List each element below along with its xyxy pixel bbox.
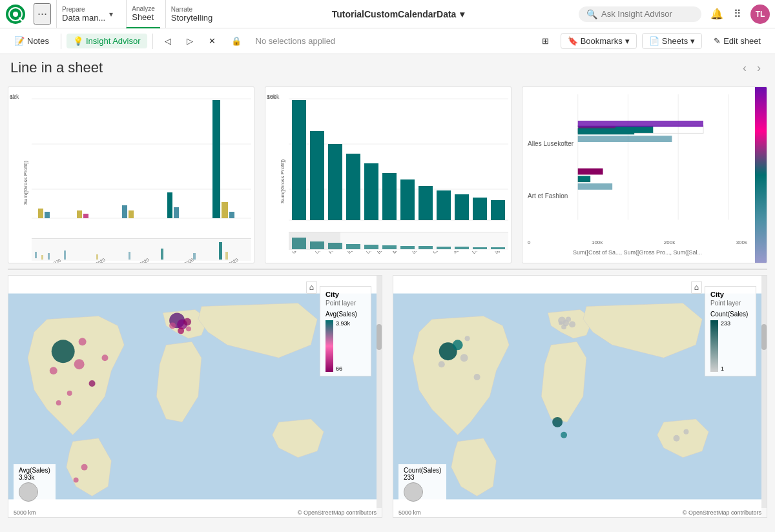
svg-rect-20 (35, 252, 37, 258)
selections-icon-1[interactable]: ◁ (158, 34, 178, 48)
dataset-selector[interactable]: TutorialCustomCalendarData ▾ (223, 9, 574, 19)
nav-prepare[interactable]: Prepare Data man... ▾ (56, 0, 121, 28)
svg-rect-28 (219, 242, 222, 260)
selections-icon-2[interactable]: ▷ (180, 34, 200, 48)
svg-rect-14 (167, 192, 172, 218)
chart2-country-5: UK (366, 251, 373, 254)
waffle-menu-icon[interactable]: ⠿ (732, 6, 743, 21)
selections-icon-3[interactable]: ✕ (202, 34, 222, 48)
nav-analyze[interactable]: Analyze Sheet (126, 0, 160, 28)
svg-point-93 (566, 316, 571, 322)
chart-card-1[interactable]: 12k 6k 0 Sum([Gross Profit]) (8, 87, 254, 263)
toolbar-right: ⊞ 🔖 Bookmarks ▾ 📄 Sheets ▾ ✎ Edit sheet (535, 33, 767, 49)
nav-prepare-chevron[interactable]: ▾ (107, 8, 116, 20)
svg-rect-50 (346, 244, 360, 249)
chart2-country-2: USA (315, 251, 325, 254)
svg-rect-57 (473, 247, 487, 249)
chart2-country-11: Denmark (471, 251, 488, 254)
svg-rect-37 (346, 154, 360, 220)
toolbar-separator-1 (61, 34, 61, 49)
app-header: ··· Prepare Data man... ▾ Analyze Sheet … (0, 0, 775, 28)
map1-legend-max: 3.93k (336, 320, 350, 327)
edit-sheet-button[interactable]: ✎ Edit sheet (707, 34, 767, 48)
svg-point-81 (74, 359, 85, 369)
insight-advisor-button[interactable]: 💡 Insight Advisor (67, 34, 147, 48)
svg-point-95 (561, 324, 566, 329)
next-sheet-button[interactable]: › (753, 60, 765, 76)
map-card-1[interactable]: City Point layer Avg(Sales) 3.93k 66 ⌂ (8, 275, 382, 518)
grid-view-button[interactable]: ⊞ (535, 34, 555, 48)
sheets-button[interactable]: 📄 Sheets ▾ (642, 33, 702, 49)
svg-rect-8 (38, 209, 43, 218)
notes-button[interactable]: 📝 Notes (8, 34, 56, 48)
map2-home-button[interactable]: ⌂ (691, 281, 702, 294)
svg-rect-38 (364, 163, 378, 220)
map-card-2[interactable]: City Point layer Count(Sales) 233 1 ⌂ (393, 275, 767, 518)
svg-point-84 (67, 391, 72, 396)
map2-legend-max: 233 (721, 320, 730, 327)
svg-rect-72 (578, 183, 612, 190)
app-menu-button[interactable]: ··· (34, 3, 51, 25)
map2-scale: 5000 km (398, 509, 421, 516)
prev-sheet-button[interactable]: ‹ (739, 60, 750, 76)
svg-rect-68 (578, 128, 634, 135)
map1-bottom-legend: Avg(Sales) 3.93k (14, 464, 56, 504)
header-right: 🔍 🔔 ⠿ TL (579, 5, 770, 24)
chart2-country-9: Canada (432, 251, 447, 254)
chart2-country-10: Austria (453, 251, 466, 254)
map1-home-button[interactable]: ⌂ (306, 281, 317, 294)
map2-legend-measure: Count(Sales) (710, 311, 750, 318)
nav-prepare-small: Prepare (62, 6, 105, 13)
svg-rect-42 (437, 190, 451, 220)
nav-narrate[interactable]: Narrate Storytelling (165, 0, 218, 28)
svg-rect-25 (129, 252, 130, 260)
map1-credit: © OpenStreetMap contributors (298, 509, 377, 516)
map1-legend-subtitle: Point layer (326, 300, 366, 307)
svg-rect-54 (418, 246, 433, 249)
svg-point-103 (552, 417, 563, 427)
avatar[interactable]: TL (750, 5, 770, 24)
map1-legend-min: 66 (336, 365, 350, 372)
svg-rect-22 (48, 253, 50, 260)
svg-rect-41 (418, 186, 433, 220)
chart2-y-label: Sum([Gross Profit]) (280, 159, 285, 203)
svg-point-87 (56, 400, 61, 405)
map1-bottom-measure: Avg(Sales) (19, 467, 50, 474)
map2-legend: City Point layer Count(Sales) 233 1 (705, 286, 756, 376)
svg-rect-23 (64, 251, 66, 260)
map1-scrollbar-thumb[interactable] (377, 324, 382, 350)
svg-point-86 (102, 354, 108, 361)
sheets-label: Sheets (662, 36, 688, 46)
chart-card-3[interactable]: Alles Lusekofter Art et Fashion (522, 87, 767, 263)
svg-point-82 (50, 367, 57, 374)
search-input[interactable] (601, 9, 692, 19)
chart2-y-mid: 80k (267, 94, 276, 100)
chart3-y-item1: Alles Lusekofter (528, 140, 574, 147)
svg-point-83 (89, 380, 96, 387)
map2-scrollbar-thumb[interactable] (761, 324, 767, 350)
bookmarks-chevron-icon: ▾ (625, 36, 630, 46)
map1-scrollbar[interactable] (377, 276, 382, 517)
map2-scrollbar[interactable] (761, 276, 767, 517)
qlik-logo[interactable] (5, 4, 26, 25)
main-content: Line in a sheet ‹ › 12k 6k 0 Sum([Gross … (0, 54, 775, 532)
chart-card-2[interactable]: Sum([Gross Profit]) 160k 80k 0 (265, 87, 512, 263)
bookmarks-button[interactable]: 🔖 Bookmarks ▾ (561, 33, 637, 49)
map2-footer: 5000 km © OpenStreetMap contributors (393, 508, 767, 517)
svg-rect-36 (328, 144, 342, 220)
nav-narrate-main: Storytelling (171, 13, 212, 23)
notifications-icon[interactable]: 🔔 (709, 6, 725, 21)
map1-legend-gradient (326, 320, 333, 372)
svg-rect-15 (174, 207, 179, 218)
search-box[interactable]: 🔍 (579, 6, 701, 22)
bookmarks-icon: 🔖 (568, 36, 578, 46)
selections-icon-4[interactable]: 🔒 (225, 34, 248, 48)
svg-rect-18 (229, 212, 234, 218)
svg-point-100 (439, 361, 445, 367)
insight-advisor-label: Insight Advisor (86, 36, 141, 46)
svg-rect-11 (83, 214, 88, 218)
svg-point-89 (74, 478, 79, 483)
dataset-chevron-icon: ▾ (460, 9, 464, 19)
chart1-svg (32, 92, 251, 234)
svg-rect-44 (473, 198, 487, 220)
